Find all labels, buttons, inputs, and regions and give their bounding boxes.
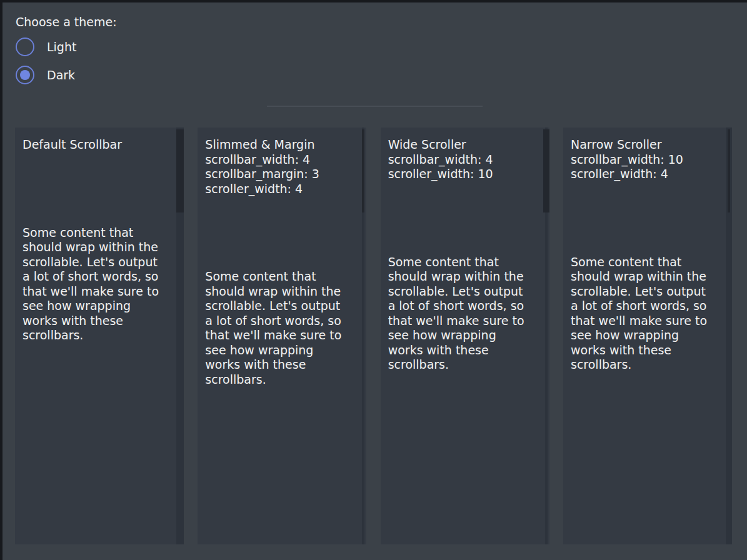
section-divider: [267, 106, 483, 107]
panel-params: scrollbar_width: 4 scrollbar_margin: 3 s…: [205, 152, 359, 197]
radio-dot: [20, 70, 30, 80]
radio-circle-icon: [16, 38, 34, 56]
radio-label-dark: Dark: [47, 68, 75, 82]
panel-params: scrollbar_width: 4 scroller_width: 10: [388, 152, 542, 182]
panel-narrow-scroller[interactable]: Narrow Scroller scrollbar_width: 10 scro…: [563, 128, 732, 544]
radio-option-light[interactable]: Light: [16, 38, 76, 56]
window-border-top: [0, 0, 747, 2]
scrollbar-demo-row: Default Scrollbar Some content that shou…: [15, 128, 732, 544]
radio-option-dark[interactable]: Dark: [16, 66, 75, 84]
panel-title: Narrow Scroller: [571, 138, 724, 152]
panel-content-text: Some content that should wrap within the…: [571, 255, 724, 372]
scrollbar-thumb[interactable]: [543, 129, 549, 212]
scrollbar-thumb[interactable]: [728, 129, 730, 212]
panel-content-text: Some content that should wrap within the…: [388, 255, 542, 372]
radio-dot: [20, 42, 30, 52]
panel-content-text: Some content that should wrap within the…: [205, 269, 359, 387]
panel-params: scrollbar_width: 10 scroller_width: 4: [571, 152, 724, 182]
window-border-left: [0, 0, 3, 560]
panel-default-scrollbar[interactable]: Default Scrollbar Some content that shou…: [15, 128, 184, 544]
theme-chooser-label: Choose a theme:: [16, 14, 117, 29]
panel-slimmed-margin[interactable]: Slimmed & Margin scrollbar_width: 4 scro…: [198, 128, 366, 544]
scrollbar-thumb[interactable]: [176, 129, 184, 212]
radio-label-light: Light: [47, 39, 76, 54]
radio-circle-icon: [16, 66, 34, 84]
panel-wide-scroller[interactable]: Wide Scroller scrollbar_width: 4 scrolle…: [381, 128, 549, 544]
panel-content-text: Some content that should wrap within the…: [23, 226, 176, 343]
panel-title: Wide Scroller: [388, 138, 542, 152]
panel-title: Slimmed & Margin: [205, 138, 359, 152]
scrollbar-thumb[interactable]: [362, 129, 364, 212]
panel-title: Default Scrollbar: [23, 138, 176, 152]
